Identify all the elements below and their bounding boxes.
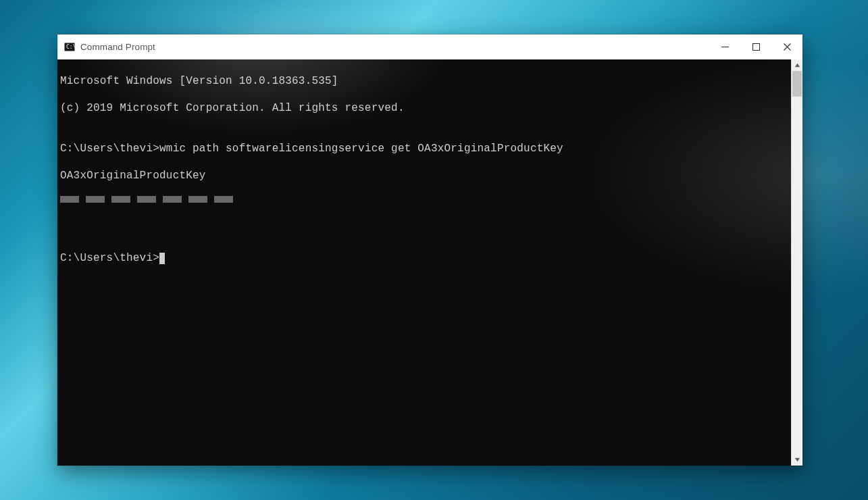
prompt-prefix: C:\Users\thevi> — [60, 252, 159, 264]
prompt-prefix: C:\Users\thevi> — [60, 143, 159, 155]
window-controls — [709, 34, 802, 59]
console-line — [60, 196, 788, 211]
window-title: Command Prompt — [80, 42, 155, 52]
vertical-scrollbar[interactable] — [791, 59, 802, 466]
minimize-button[interactable] — [709, 34, 740, 59]
console-line: OA3xOriginalProductKey — [60, 169, 788, 182]
text-cursor — [159, 253, 165, 264]
console-line: Microsoft Windows [Version 10.0.18363.53… — [60, 74, 788, 88]
scroll-thumb[interactable] — [792, 71, 802, 97]
redacted-product-key — [60, 196, 236, 203]
cmd-icon: C:\ — [64, 42, 75, 53]
svg-rect-2 — [721, 47, 729, 47]
titlebar[interactable]: C:\ Command Prompt — [57, 34, 802, 59]
scroll-down-button[interactable] — [792, 454, 802, 466]
console-line: C:\Users\thevi>wmic path softwarelicensi… — [60, 142, 788, 155]
scroll-up-button[interactable] — [792, 59, 802, 71]
console-line: C:\Users\thevi> — [60, 251, 788, 265]
console-output[interactable]: Microsoft Windows [Version 10.0.18363.53… — [57, 59, 791, 466]
svg-rect-3 — [752, 44, 759, 51]
window-client-area: Microsoft Windows [Version 10.0.18363.53… — [57, 59, 802, 466]
console-line: (c) 2019 Microsoft Corporation. All righ… — [60, 101, 788, 115]
close-button[interactable] — [771, 34, 802, 59]
svg-text:C:\: C:\ — [66, 44, 75, 50]
maximize-button[interactable] — [740, 34, 771, 59]
scroll-track[interactable] — [792, 71, 802, 454]
desktop-background: C:\ Command Prompt — [0, 0, 868, 500]
command-prompt-window: C:\ Command Prompt — [57, 34, 802, 466]
prompt-command: wmic path softwarelicensingservice get O… — [159, 143, 563, 155]
